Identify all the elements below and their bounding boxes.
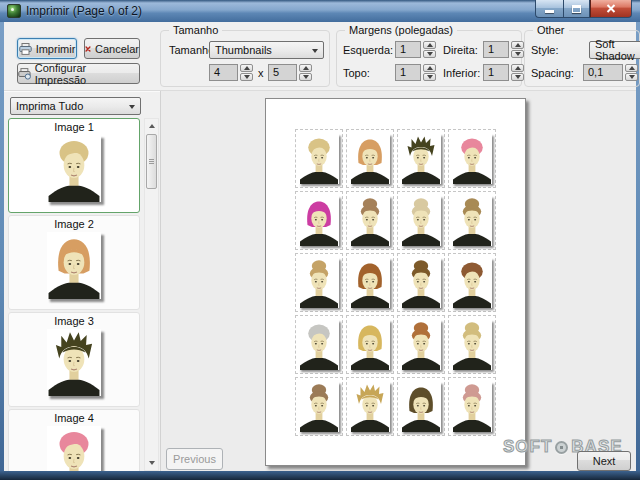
columns-input[interactable]: 4 xyxy=(209,64,238,81)
grid-cell[interactable] xyxy=(448,315,496,374)
portrait-thumbnail xyxy=(452,134,492,184)
size-select[interactable]: Thumbnails xyxy=(209,41,324,59)
margin-bottom-up-button[interactable] xyxy=(511,64,524,72)
grid-cell[interactable] xyxy=(295,129,343,188)
rows-spinner: 5 xyxy=(268,64,312,81)
preview-page xyxy=(265,98,526,466)
grid-cell[interactable] xyxy=(295,191,343,250)
sidebar-image-card[interactable]: Image 2 xyxy=(8,215,140,310)
arrow-down-icon xyxy=(149,461,155,465)
grid-cell[interactable] xyxy=(295,315,343,374)
arrow-down-icon xyxy=(629,75,635,79)
arrow-down-icon xyxy=(427,52,433,56)
portrait-thumbnail xyxy=(350,134,390,184)
sidebar-image-label: Image 1 xyxy=(54,121,94,133)
maximize-button[interactable] xyxy=(563,0,590,18)
size-group: Tamanho Tamanho: Thumbnails 4 x 5 xyxy=(160,30,330,87)
portrait-thumbnail xyxy=(350,196,390,246)
grid-cell[interactable] xyxy=(346,315,394,374)
watermark-text-left: SOFT xyxy=(503,437,552,457)
arrow-up-icon xyxy=(303,66,309,70)
portrait-thumbnail xyxy=(299,320,339,370)
style-select[interactable]: Soft Shadow xyxy=(589,41,640,59)
portrait-thumbnail xyxy=(452,320,492,370)
arrow-up-icon xyxy=(515,43,521,47)
rows-down-button[interactable] xyxy=(299,73,312,81)
grid-cell[interactable] xyxy=(346,253,394,312)
print-button[interactable]: Imprimir xyxy=(17,38,77,59)
scrollbar-thumb[interactable] xyxy=(146,134,157,189)
grid-cell[interactable] xyxy=(397,253,445,312)
margin-left-input[interactable]: 1 xyxy=(395,41,421,58)
margin-top-down-button[interactable] xyxy=(423,73,436,81)
grid-cell[interactable] xyxy=(397,315,445,374)
grid-cell[interactable] xyxy=(448,377,496,436)
arrow-down-icon xyxy=(515,52,521,56)
grid-cell[interactable] xyxy=(448,191,496,250)
margin-top-up-button[interactable] xyxy=(423,64,436,72)
grid-cell[interactable] xyxy=(397,191,445,250)
columns-down-button[interactable] xyxy=(240,73,253,81)
margin-top-input[interactable]: 1 xyxy=(395,64,421,81)
margin-left-down-button[interactable] xyxy=(423,50,436,58)
arrow-up-icon xyxy=(515,66,521,70)
close-icon xyxy=(606,4,616,13)
sidebar-scrollbar[interactable] xyxy=(144,118,159,471)
cancel-x-icon xyxy=(85,44,91,54)
grid-cell[interactable] xyxy=(346,377,394,436)
portrait-thumbnail xyxy=(350,258,390,308)
margin-right-down-button[interactable] xyxy=(511,50,524,58)
sidebar-image-label: Image 2 xyxy=(54,218,94,230)
size-group-title: Tamanho xyxy=(169,24,222,36)
print-scope-select[interactable]: Imprima Tudo xyxy=(10,97,141,115)
scroll-down-button[interactable] xyxy=(145,456,158,470)
print-button-label: Imprimir xyxy=(36,43,76,55)
grip-icon xyxy=(149,159,154,160)
size-separator: x xyxy=(258,67,264,79)
titlebar[interactable]: Imprimir (Page 0 of 2) xyxy=(0,0,640,22)
spacing-down-button[interactable] xyxy=(625,73,638,81)
margin-right-input[interactable]: 1 xyxy=(483,41,509,58)
sidebar-image-card[interactable]: Image 4 xyxy=(8,409,140,471)
sidebar-image-card[interactable]: Image 3 xyxy=(8,312,140,407)
arrow-up-icon xyxy=(149,124,155,128)
size-select-value: Thumbnails xyxy=(215,44,272,56)
portrait-thumbnail xyxy=(47,135,101,202)
spacing-up-button[interactable] xyxy=(625,64,638,72)
margin-right-up-button[interactable] xyxy=(511,41,524,49)
rows-input[interactable]: 5 xyxy=(268,64,297,81)
margin-bottom-down-button[interactable] xyxy=(511,73,524,81)
app-icon xyxy=(7,4,21,18)
printer-setup-button-label: Configurar Impressão xyxy=(35,62,139,86)
other-group-title: Other xyxy=(533,24,569,36)
spacing-input[interactable]: 0,1 xyxy=(583,64,623,81)
grid-cell[interactable] xyxy=(346,129,394,188)
minimize-button[interactable] xyxy=(535,0,563,18)
next-page-button[interactable]: Next xyxy=(577,451,631,471)
close-button[interactable] xyxy=(590,0,632,18)
margins-group: Margens (polegadas) Esquerda: 1 Direita:… xyxy=(336,30,522,87)
arrow-down-icon xyxy=(515,75,521,79)
sidebar-image-card[interactable]: Image 1 xyxy=(8,118,140,213)
margin-bottom-input[interactable]: 1 xyxy=(483,64,509,81)
margin-bottom-spinner: 1 xyxy=(483,64,524,81)
grid-cell[interactable] xyxy=(295,253,343,312)
rows-up-button[interactable] xyxy=(299,64,312,72)
print-preview-area: SOFT BASE Previous Next xyxy=(161,91,636,471)
margin-left-up-button[interactable] xyxy=(423,41,436,49)
cancel-button[interactable]: Cancelar xyxy=(84,38,140,59)
grid-cell[interactable] xyxy=(346,191,394,250)
previous-page-button[interactable]: Previous xyxy=(166,448,223,470)
scroll-up-button[interactable] xyxy=(145,119,158,133)
printer-setup-button[interactable]: Configurar Impressão xyxy=(17,63,140,84)
portrait-thumbnail xyxy=(452,196,492,246)
grid-cell[interactable] xyxy=(397,377,445,436)
style-select-value: Soft Shadow xyxy=(595,38,640,62)
grid-cell[interactable] xyxy=(295,377,343,436)
margin-top-label: Topo: xyxy=(343,67,370,79)
columns-up-button[interactable] xyxy=(240,64,253,72)
grid-cell[interactable] xyxy=(448,253,496,312)
grid-cell[interactable] xyxy=(397,129,445,188)
grid-cell[interactable] xyxy=(448,129,496,188)
preview-grid xyxy=(295,129,496,436)
